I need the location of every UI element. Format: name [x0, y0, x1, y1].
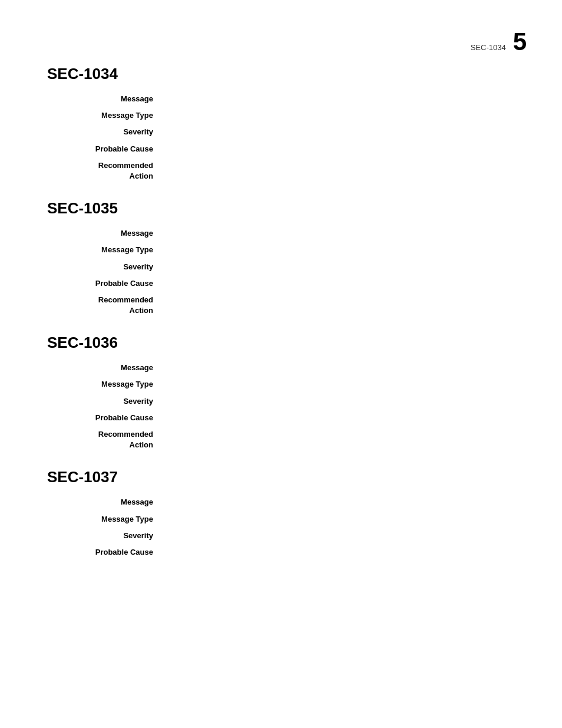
header-page: 5 [513, 29, 527, 54]
section-title-sec-1037: SEC-1037 [47, 468, 377, 486]
field-row-sec-1035-2: Severity [47, 262, 377, 272]
field-label-sec-1034-3: Probable Cause [47, 144, 165, 154]
field-row-sec-1034-3: Probable Cause [47, 144, 377, 154]
field-label-sec-1035-3: Probable Cause [47, 278, 165, 289]
field-label-sec-1036-3: Probable Cause [47, 413, 165, 423]
main-content: SEC-1034MessageMessage TypeSeverityProba… [0, 0, 412, 611]
section-sec-1035: SEC-1035MessageMessage TypeSeverityProba… [47, 199, 377, 316]
field-row-sec-1037-3: Probable Cause [47, 547, 377, 558]
page-header: SEC-1034 5 [471, 29, 527, 54]
field-label-sec-1036-4: RecommendedAction [47, 429, 165, 450]
field-label-sec-1035-0: Message [47, 228, 165, 239]
field-label-sec-1036-2: Severity [47, 396, 165, 407]
field-row-sec-1034-0: Message [47, 94, 377, 104]
field-label-sec-1036-1: Message Type [47, 379, 165, 390]
field-row-sec-1037-2: Severity [47, 531, 377, 541]
field-row-sec-1035-4: RecommendedAction [47, 295, 377, 316]
field-label-sec-1034-0: Message [47, 94, 165, 104]
field-row-sec-1035-0: Message [47, 228, 377, 239]
section-title-sec-1036: SEC-1036 [47, 334, 377, 352]
field-label-sec-1034-1: Message Type [47, 110, 165, 121]
field-label-sec-1035-4: RecommendedAction [47, 295, 165, 316]
field-row-sec-1034-4: RecommendedAction [47, 160, 377, 182]
field-row-sec-1035-3: Probable Cause [47, 278, 377, 289]
field-row-sec-1034-2: Severity [47, 127, 377, 137]
field-row-sec-1037-1: Message Type [47, 514, 377, 525]
field-label-sec-1037-2: Severity [47, 531, 165, 541]
field-label-sec-1037-3: Probable Cause [47, 547, 165, 558]
field-row-sec-1036-2: Severity [47, 396, 377, 407]
field-label-sec-1034-2: Severity [47, 127, 165, 137]
field-row-sec-1036-3: Probable Cause [47, 413, 377, 423]
section-sec-1036: SEC-1036MessageMessage TypeSeverityProba… [47, 334, 377, 450]
field-label-sec-1034-4: RecommendedAction [47, 160, 165, 182]
field-label-sec-1037-0: Message [47, 497, 165, 508]
field-label-sec-1036-0: Message [47, 363, 165, 373]
field-label-sec-1037-1: Message Type [47, 514, 165, 525]
field-row-sec-1036-1: Message Type [47, 379, 377, 390]
section-sec-1034: SEC-1034MessageMessage TypeSeverityProba… [47, 65, 377, 182]
field-row-sec-1036-0: Message [47, 363, 377, 373]
header-ref: SEC-1034 [471, 43, 506, 52]
field-row-sec-1036-4: RecommendedAction [47, 429, 377, 450]
section-title-sec-1034: SEC-1034 [47, 65, 377, 83]
section-sec-1037: SEC-1037MessageMessage TypeSeverityProba… [47, 468, 377, 558]
field-label-sec-1035-2: Severity [47, 262, 165, 272]
section-title-sec-1035: SEC-1035 [47, 199, 377, 218]
field-row-sec-1037-0: Message [47, 497, 377, 508]
field-label-sec-1035-1: Message Type [47, 245, 165, 255]
field-row-sec-1035-1: Message Type [47, 245, 377, 255]
field-row-sec-1034-1: Message Type [47, 110, 377, 121]
